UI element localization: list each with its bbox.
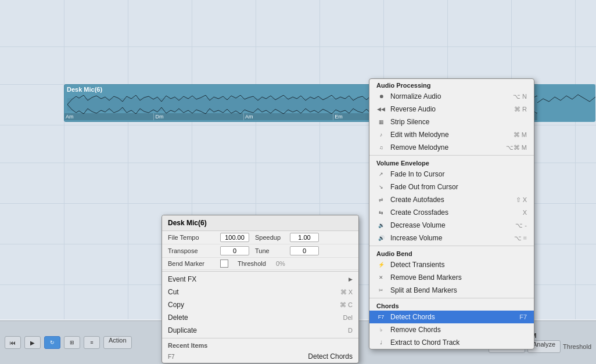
- chord-dm: Dm: [154, 113, 243, 120]
- chords-title: Chords: [369, 300, 534, 311]
- cms-detect-chords-recent[interactable]: F7 Detect Chords: [162, 350, 358, 363]
- cml-sep-1: [369, 155, 534, 156]
- speedup-label: Speedup: [255, 234, 290, 241]
- cms-transpose-row: Transpose 0 Tune 0: [162, 244, 358, 258]
- play-button[interactable]: ▶: [24, 336, 41, 349]
- edit-melodyne-item[interactable]: ♪ Edit with Melodyne ⌘ M: [369, 128, 534, 141]
- increase-vol-icon: 🔊: [376, 235, 386, 242]
- recent-items-title: Recent Items: [162, 340, 358, 350]
- tune-label: Tune: [255, 247, 290, 254]
- normalize-audio-item[interactable]: ⏺ Normalize Audio ⌥ N: [369, 90, 534, 103]
- arrow-icon: ▶: [349, 276, 353, 282]
- grid-col: [575, 0, 576, 319]
- threshold-label: Threshold: [563, 343, 591, 350]
- split-bend-markers-item[interactable]: ✂ Split at Bend Markers: [369, 284, 534, 297]
- decrease-volume-item[interactable]: 🔉 Decrease Volume ⌥ -: [369, 219, 534, 232]
- speedup-value[interactable]: 1.00: [290, 233, 319, 242]
- remove-chords-item[interactable]: ♭ Remove Chords: [369, 323, 534, 336]
- cms-separator-1: [162, 271, 358, 272]
- remove-melodyne-item[interactable]: ♫ Remove Melodyne ⌥⌘ M: [369, 141, 534, 154]
- create-autofades-item[interactable]: ⇌ Create Autofades ⇧ X: [369, 193, 534, 206]
- extract-chord-icon: ♩: [376, 339, 386, 346]
- volume-envelope-title: Volume Envelope: [369, 157, 534, 168]
- create-crossfades-item[interactable]: ⇆ Create Crossfades X: [369, 206, 534, 219]
- crossfade-icon: ⇆: [376, 209, 386, 216]
- cms-event-fx[interactable]: Event FX ▶: [162, 273, 358, 286]
- f7-shortcut-icon: F7: [168, 354, 175, 360]
- cms-duplicate[interactable]: Duplicate D: [162, 324, 358, 337]
- decrease-vol-icon: 🔉: [376, 222, 386, 229]
- fade-in-item[interactable]: ↗ Fade In to Cursor: [369, 168, 534, 181]
- audio-bend-title: Audio Bend: [369, 247, 534, 258]
- reverse-audio-item[interactable]: ◀◀ Reverse Audio ⌘ R: [369, 103, 534, 116]
- fade-out-icon: ↘: [376, 183, 386, 190]
- cml-sep-3: [369, 298, 534, 298]
- cms-cut[interactable]: Cut ⌘ X: [162, 286, 358, 298]
- grid-row: [0, 46, 596, 47]
- remove-bend-icon: ✕: [376, 274, 386, 281]
- cml-sep-2: [369, 246, 534, 246]
- context-menu-large: Audio Processing ⏺ Normalize Audio ⌥ N ◀…: [369, 78, 534, 349]
- cycle-button[interactable]: ↻: [44, 336, 60, 349]
- track-label: Desk Mic(6): [67, 86, 102, 93]
- audio-track-right[interactable]: [537, 84, 595, 122]
- split-bend-icon: ✂: [376, 287, 386, 294]
- chord-am: Am: [64, 113, 154, 120]
- cms-header: Desk Mic(6): [162, 215, 358, 231]
- grid-col: [64, 0, 64, 319]
- file-tempo-value[interactable]: 100.00: [220, 233, 249, 242]
- detect-transients-item[interactable]: ⚡ Detect Transients: [369, 258, 534, 271]
- tune-value[interactable]: 0: [290, 246, 319, 255]
- more-button[interactable]: ≡: [84, 336, 100, 349]
- detect-transients-icon: ⚡: [376, 261, 386, 268]
- grid-col: [128, 0, 128, 319]
- fade-out-item[interactable]: ↘ Fade Out from Cursor: [369, 181, 534, 193]
- increase-volume-item[interactable]: 🔊 Increase Volume ⌥ =: [369, 232, 534, 244]
- fade-in-icon: ↗: [376, 171, 386, 178]
- reverse-icon: ◀◀: [376, 106, 386, 113]
- cms-delete[interactable]: Delete Del: [162, 311, 358, 324]
- strip-silence-item[interactable]: ▦ Strip Silence: [369, 116, 534, 128]
- extract-chord-track-item[interactable]: ♩ Extract to Chord Track: [369, 336, 534, 349]
- cms-file-tempo-row: File Tempo 100.00 Speedup 1.00: [162, 231, 358, 244]
- melodyne-icon: ♪: [376, 131, 386, 138]
- file-tempo-label: File Tempo: [168, 234, 220, 241]
- action-dropdown[interactable]: Action: [103, 336, 132, 349]
- threshold-value: 0%: [276, 260, 285, 267]
- chord-am2: Am: [244, 113, 333, 120]
- threshold-label2: Threshold: [238, 260, 272, 267]
- bend-marker-label2: Bend Marker: [168, 260, 220, 267]
- rewind-button[interactable]: ⏮: [5, 336, 21, 349]
- context-menu-small: Desk Mic(6) File Tempo 100.00 Speedup 1.…: [161, 215, 359, 363]
- detect-chords-item[interactable]: F7 Detect Chords F7: [369, 311, 534, 323]
- transpose-value[interactable]: 0: [220, 246, 249, 255]
- transpose-label: Transpose: [168, 247, 220, 254]
- cms-copy[interactable]: Copy ⌘ C: [162, 298, 358, 311]
- normalize-icon: ⏺: [376, 93, 386, 100]
- cms-bend-marker-row: Bend Marker Threshold 0%: [162, 258, 358, 270]
- bend-marker-checkbox[interactable]: [220, 260, 228, 268]
- detect-chords-icon: F7: [376, 313, 386, 320]
- autofade-icon: ⇌: [376, 196, 386, 203]
- strip-silence-icon: ▦: [376, 118, 386, 125]
- loop-button[interactable]: ⊞: [64, 336, 80, 349]
- remove-chords-icon: ♭: [376, 326, 386, 333]
- cms-separator-2: [162, 338, 358, 338]
- audio-processing-title: Audio Processing: [369, 79, 534, 90]
- remove-melodyne-icon: ♫: [376, 144, 386, 151]
- remove-bend-markers-item[interactable]: ✕ Remove Bend Markers: [369, 271, 534, 284]
